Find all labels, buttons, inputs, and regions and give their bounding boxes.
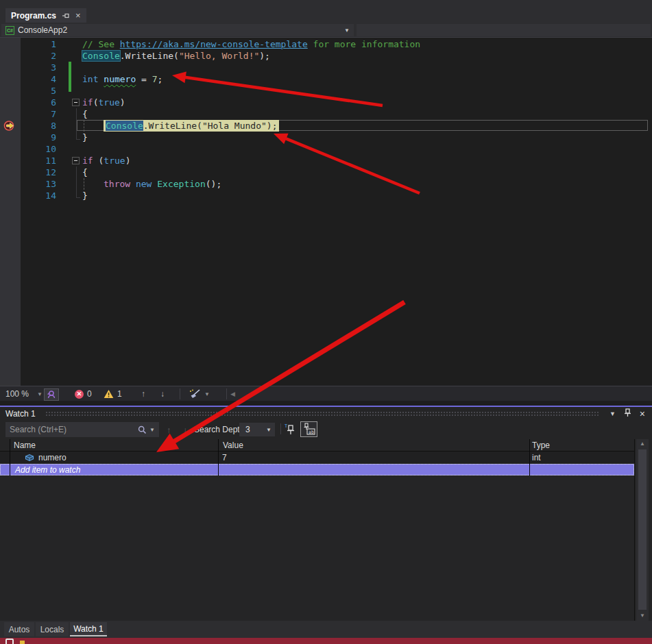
next-result-button[interactable]: ↓: [183, 420, 188, 439]
pin-to-source-button[interactable]: T: [284, 423, 297, 439]
code-text: int numero = 7;: [82, 73, 162, 85]
column-header-type[interactable]: Type: [532, 441, 550, 450]
pin-panel-icon[interactable]: [624, 408, 631, 419]
code-line-8[interactable]: 8Console.WriteLine("Hola Mundo");: [0, 120, 652, 132]
watch-row-numero[interactable]: numero 7 int: [0, 451, 634, 464]
code-text: {: [82, 108, 88, 120]
error-indicator[interactable]: ✕ 0: [75, 386, 92, 401]
show-pinned-values-button[interactable]: ab: [300, 421, 317, 437]
chevron-down-icon[interactable]: ▼: [37, 391, 43, 397]
svg-text:ab: ab: [309, 430, 314, 435]
grid-header-row[interactable]: Name Value Type: [0, 439, 634, 451]
code-line-4[interactable]: 4int numero = 7;: [0, 73, 652, 85]
watch-panel-titlebar[interactable]: Watch 1 ▼ ×: [0, 407, 652, 420]
status-icon-fragment: [20, 641, 25, 644]
chevron-down-icon: ▼: [344, 27, 350, 34]
code-line-2[interactable]: 2Console.WriteLine("Hello, World!");: [0, 50, 652, 62]
indent-guide: [84, 120, 84, 132]
tab-watch-1[interactable]: Watch 1: [70, 622, 107, 636]
fold-collapse-icon[interactable]: [72, 157, 80, 164]
line-number: 1: [21, 38, 56, 50]
watch-grid[interactable]: Name Value Type numero 7 int Add item to…: [0, 439, 652, 621]
line-number: 6: [21, 97, 56, 108]
prev-result-button[interactable]: ↑: [167, 420, 171, 439]
line-number: 7: [21, 108, 56, 120]
tab-title: Program.cs: [11, 11, 56, 21]
code-line-7[interactable]: 7{: [0, 108, 652, 120]
next-issue-button[interactable]: ↓: [160, 386, 165, 401]
error-icon: ✕: [75, 390, 84, 399]
line-number: 8: [21, 120, 56, 132]
warning-indicator[interactable]: 1: [104, 386, 122, 401]
outlining-line: [76, 178, 77, 190]
navigation-bar: C# ConsoleApp2 ▼: [0, 23, 652, 38]
watch-panel-title: Watch 1: [5, 409, 36, 419]
search-icon[interactable]: [138, 425, 147, 434]
prev-issue-button[interactable]: ↑: [141, 386, 145, 401]
watch-search-box[interactable]: ▼: [5, 422, 159, 437]
panel-gap: [0, 401, 652, 406]
hscroll-left-arrow[interactable]: ◀: [230, 386, 235, 401]
code-text: throw new Exception();: [104, 178, 221, 190]
grid-column-separator[interactable]: [218, 439, 219, 475]
watch-name[interactable]: numero: [38, 453, 67, 462]
code-line-11[interactable]: 11if (true): [0, 155, 652, 166]
warning-count: 1: [117, 389, 122, 399]
search-input[interactable]: [5, 425, 138, 434]
code-editor[interactable]: 1// See https://aka.ms/new-console-templ…: [0, 38, 652, 386]
current-statement-breakpoint-icon[interactable]: [3, 121, 16, 131]
grid-column-separator[interactable]: [529, 439, 530, 475]
window-position-icon[interactable]: ▼: [609, 410, 616, 417]
chevron-down-icon[interactable]: ▼: [149, 427, 155, 433]
feedback-icon: [44, 388, 59, 401]
code-line-6[interactable]: 6if(true): [0, 97, 652, 108]
watch-type[interactable]: int: [532, 453, 541, 462]
line-number: 4: [21, 73, 56, 85]
member-dropdown[interactable]: [357, 24, 651, 36]
tab-locals[interactable]: Locals: [36, 622, 69, 636]
project-dropdown[interactable]: C# ConsoleApp2 ▼: [1, 24, 354, 36]
line-number: 12: [21, 166, 56, 178]
code-cleanup-button[interactable]: ▼: [189, 386, 210, 401]
tab-autos[interactable]: Autos: [4, 622, 34, 636]
code-line-1[interactable]: 1// See https://aka.ms/new-console-templ…: [0, 38, 652, 50]
error-count: 0: [87, 389, 92, 399]
code-text: // See https://aka.ms/new-console-templa…: [82, 38, 420, 50]
column-header-name[interactable]: Name: [14, 441, 36, 450]
line-number: 14: [21, 190, 56, 201]
close-panel-icon[interactable]: ×: [640, 409, 645, 419]
fold-collapse-icon[interactable]: [72, 99, 80, 106]
watch-value[interactable]: 7: [222, 453, 227, 462]
status-icon[interactable]: [5, 639, 14, 644]
grid-edge: [634, 439, 635, 621]
debug-status-bar: [0, 638, 652, 644]
add-watch-row[interactable]: Add item to watch: [0, 464, 634, 475]
code-text: }: [82, 190, 88, 201]
code-line-9[interactable]: 9}: [0, 132, 652, 143]
statement-highlight: Console.WriteLine("Hola Mundo");: [104, 120, 279, 132]
zoom-level: 100 %: [5, 389, 29, 399]
line-number: 3: [21, 62, 56, 73]
code-line-10[interactable]: 10: [0, 143, 652, 155]
scroll-down-icon[interactable]: ▼: [636, 612, 649, 619]
chevron-down-icon[interactable]: ▼: [204, 391, 210, 397]
code-line-5[interactable]: 5: [0, 85, 652, 97]
scrollbar-thumb[interactable]: [638, 449, 647, 610]
feedback-button[interactable]: [44, 386, 59, 401]
code-line-14[interactable]: 14}: [0, 190, 652, 201]
tab-program-cs[interactable]: Program.cs ×: [5, 8, 86, 23]
code-line-12[interactable]: 12{: [0, 166, 652, 178]
code-line-3[interactable]: 3: [0, 62, 652, 73]
close-tab-icon[interactable]: ×: [75, 11, 81, 20]
code-text: if (true): [82, 155, 130, 166]
code-text: }: [82, 132, 88, 143]
column-header-value[interactable]: Value: [223, 441, 243, 450]
code-line-13[interactable]: 13throw new Exception();: [0, 178, 652, 190]
grid-separator: [10, 439, 10, 475]
zoom-control[interactable]: 100 % ▼: [5, 386, 43, 401]
search-depth-dropdown[interactable]: 3 ▼: [239, 423, 275, 436]
pin-tab-icon[interactable]: [62, 12, 70, 20]
watch-scrollbar[interactable]: ▲ ▼: [636, 439, 649, 621]
pin-values-icon: ab: [301, 422, 317, 436]
scroll-up-icon[interactable]: ▲: [636, 441, 649, 447]
